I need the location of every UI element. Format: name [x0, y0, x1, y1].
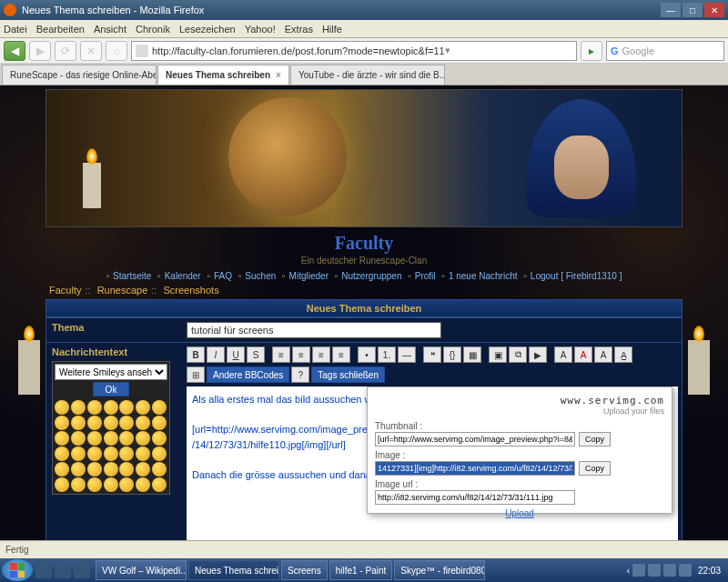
italic-button[interactable]: I: [207, 346, 225, 363]
clock[interactable]: 22:03: [698, 566, 721, 576]
tray-icon[interactable]: [632, 564, 645, 577]
task-firefox[interactable]: Neues Thema schrei...: [188, 560, 279, 580]
bold-button[interactable]: B: [187, 346, 205, 363]
nav-suchen[interactable]: Suchen: [245, 271, 276, 281]
smiley-icon[interactable]: [71, 400, 86, 415]
task-skype[interactable]: Skype™ - firebird0804: [394, 560, 485, 580]
strike-button[interactable]: S: [247, 346, 265, 363]
other-button[interactable]: ⊞: [187, 366, 205, 383]
quicklaunch-icon[interactable]: [74, 562, 90, 578]
nav-startseite[interactable]: Startseite: [113, 271, 151, 281]
smiley-icon[interactable]: [87, 462, 102, 477]
hr-button[interactable]: —: [398, 346, 416, 363]
crumb-screenshots[interactable]: Screenshots: [164, 285, 219, 296]
smiley-icon[interactable]: [71, 431, 86, 446]
search-bar[interactable]: G Google: [606, 41, 724, 61]
back-button[interactable]: ◀: [4, 41, 25, 61]
smiley-icon[interactable]: [71, 416, 86, 430]
size-button[interactable]: A: [554, 346, 572, 363]
volume-icon[interactable]: [679, 564, 692, 577]
smiley-icon[interactable]: [71, 462, 86, 477]
quote-button[interactable]: ❝: [423, 346, 441, 363]
smiley-icon[interactable]: [152, 462, 167, 477]
task-vwgolf[interactable]: VW Golf – Wikipedi...: [96, 560, 187, 580]
task-paint[interactable]: hilfe1 - Paint: [329, 560, 393, 580]
quicklaunch-icon[interactable]: [35, 562, 52, 578]
smiley-icon[interactable]: [119, 400, 134, 415]
menu-yahoo[interactable]: Yahoo!: [245, 24, 276, 35]
smiley-icon[interactable]: [136, 447, 150, 461]
more-button[interactable]: A̲: [614, 346, 632, 363]
smiley-icon[interactable]: [87, 447, 102, 461]
smiley-ok-button[interactable]: Ok: [93, 382, 129, 396]
nav-mitglieder[interactable]: Mitglieder: [289, 271, 329, 281]
menu-file[interactable]: Datei: [4, 24, 27, 35]
table-button[interactable]: ▦: [463, 346, 481, 363]
message-editor[interactable]: Als alla erstes mal das bild aussuchen w…: [187, 386, 678, 540]
smiley-icon[interactable]: [136, 431, 150, 446]
list-button[interactable]: •: [358, 346, 376, 363]
menu-view[interactable]: Ansicht: [94, 24, 126, 35]
close-tags-button[interactable]: Tags schließen: [311, 366, 385, 383]
underline-button[interactable]: U: [227, 346, 245, 363]
smiley-icon[interactable]: [104, 431, 118, 446]
smiley-icon[interactable]: [119, 431, 134, 446]
smiley-icon[interactable]: [87, 477, 102, 492]
subject-input[interactable]: [187, 322, 441, 338]
image-input[interactable]: [375, 461, 575, 476]
thumbnail-input[interactable]: [375, 432, 575, 447]
smiley-icon[interactable]: [119, 447, 134, 461]
smiley-icon[interactable]: [119, 477, 134, 492]
smiley-icon[interactable]: [136, 416, 150, 430]
nav-kalender[interactable]: Kalender: [165, 271, 201, 281]
copy-image-button[interactable]: Copy: [579, 461, 611, 476]
font-button[interactable]: A: [594, 346, 612, 363]
smiley-icon[interactable]: [55, 447, 69, 461]
menu-history[interactable]: Chronik: [136, 24, 170, 35]
smiley-icon[interactable]: [136, 477, 150, 492]
smiley-select[interactable]: Weitere Smileys ansehen: [55, 364, 167, 380]
smiley-icon[interactable]: [55, 477, 69, 492]
other-bbcodes-label[interactable]: Andere BBCodes: [207, 366, 289, 383]
code-button[interactable]: {}: [443, 346, 461, 363]
align-center-button[interactable]: ≡: [292, 346, 310, 363]
close-button[interactable]: ✕: [704, 3, 724, 17]
align-right-button[interactable]: ≡: [312, 346, 330, 363]
smiley-icon[interactable]: [152, 431, 167, 446]
smiley-icon[interactable]: [71, 447, 86, 461]
smiley-icon[interactable]: [71, 477, 86, 492]
menu-edit[interactable]: Bearbeiten: [36, 24, 85, 35]
smiley-icon[interactable]: [152, 477, 167, 492]
align-left-button[interactable]: ≡: [272, 346, 290, 363]
menu-bookmarks[interactable]: Lesezeichen: [179, 24, 236, 35]
smiley-icon[interactable]: [104, 416, 118, 430]
smiley-icon[interactable]: [152, 447, 167, 461]
crumb-faculty[interactable]: Faculty: [49, 285, 81, 296]
smiley-icon[interactable]: [55, 462, 69, 477]
video-button[interactable]: ▶: [529, 346, 547, 363]
smiley-icon[interactable]: [55, 416, 69, 430]
close-tab-icon[interactable]: ×: [276, 70, 281, 80]
tray-icon[interactable]: [648, 564, 661, 577]
upload-link[interactable]: Upload: [375, 508, 664, 518]
nav-logout[interactable]: Logout [ Firebird1310 ]: [531, 271, 622, 281]
maximize-button[interactable]: □: [682, 3, 703, 17]
smiley-icon[interactable]: [104, 447, 118, 461]
smiley-icon[interactable]: [136, 462, 150, 477]
smiley-icon[interactable]: [104, 462, 118, 477]
stop-button[interactable]: ✕: [80, 41, 102, 61]
smiley-icon[interactable]: [55, 400, 69, 415]
imageurl-input[interactable]: [375, 490, 575, 505]
smiley-icon[interactable]: [152, 416, 167, 430]
crumb-runescape[interactable]: Runescape: [97, 285, 148, 296]
nav-profil[interactable]: Profil: [415, 271, 436, 281]
copy-thumb-button[interactable]: Copy: [579, 432, 611, 447]
tray-icon[interactable]: [663, 564, 676, 577]
dropdown-icon[interactable]: ▾: [445, 45, 450, 56]
nav-faq[interactable]: FAQ: [214, 271, 232, 281]
smiley-icon[interactable]: [87, 431, 102, 446]
smiley-icon[interactable]: [152, 400, 167, 415]
task-screens[interactable]: Screens: [281, 560, 328, 580]
start-button[interactable]: [2, 559, 33, 581]
tab-runescape[interactable]: RuneScape - das riesige Online-Abe...×: [2, 65, 157, 85]
